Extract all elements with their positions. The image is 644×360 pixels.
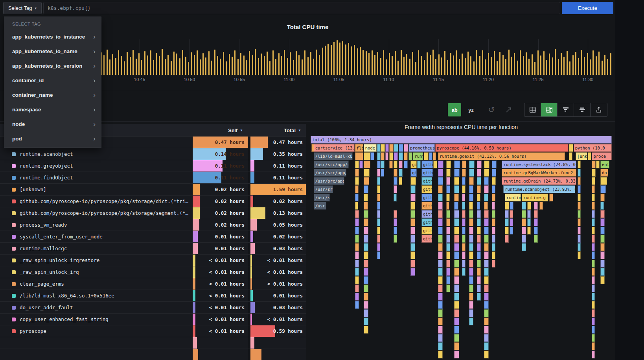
flame-cell[interactable]: flb (355, 144, 363, 152)
flame-cell[interactable] (600, 210, 605, 218)
flame-cell[interactable] (410, 227, 415, 234)
flame-cell[interactable] (484, 210, 488, 218)
flame-cell[interactable] (438, 177, 443, 185)
flame-cell[interactable] (429, 152, 432, 160)
flame-cell[interactable] (578, 202, 581, 210)
flame-cell[interactable]: /usr (314, 202, 326, 210)
flame-cell[interactable] (385, 152, 388, 160)
flame-cell[interactable] (592, 293, 595, 301)
flame-cell[interactable] (578, 194, 581, 201)
flame-cell[interactable]: github. (421, 169, 433, 177)
flame-cell[interactable] (381, 144, 385, 152)
sort-alpha-button[interactable]: ab (448, 103, 461, 116)
flame-cell[interactable] (454, 351, 459, 358)
flame-cell[interactable] (578, 243, 581, 251)
flame-cell[interactable] (484, 218, 488, 226)
tag-menu-item[interactable]: app_kubernetes_io_name› (4, 44, 101, 59)
flame-cell[interactable] (484, 194, 488, 201)
flame-cell[interactable] (477, 268, 481, 276)
table-row[interactable]: _raw_spin_unlock_irq< 0.01 hours< 0.01 h… (0, 266, 306, 278)
flame-cell[interactable] (596, 161, 599, 168)
flame-cell[interactable] (534, 202, 538, 210)
flame-cell[interactable] (355, 161, 359, 168)
flame-cell[interactable] (578, 185, 581, 193)
flame-cell[interactable] (492, 161, 496, 168)
flame-cell[interactable] (534, 218, 538, 226)
flame-cell[interactable]: pyroscope (44.16%, 0.59 hours) (435, 144, 569, 152)
flame-cell[interactable] (492, 202, 495, 210)
flame-cell[interactable] (364, 251, 368, 259)
flame-cell[interactable] (389, 161, 393, 168)
flame-cell[interactable] (592, 194, 595, 201)
flame-cell[interactable]: gith (421, 177, 432, 185)
flame-cell[interactable] (454, 169, 460, 177)
flame-cell[interactable] (469, 293, 473, 301)
flame-cell[interactable] (534, 227, 538, 234)
flame-cell[interactable] (454, 318, 459, 325)
flame-cell[interactable] (364, 293, 368, 301)
flame-cell[interactable] (462, 202, 465, 210)
flame-cell[interactable] (355, 177, 359, 185)
flame-cell[interactable] (462, 161, 466, 168)
flame-cell[interactable] (385, 144, 389, 152)
table-row[interactable]: copy_user_enhanced_fast_string< 0.01 hou… (0, 314, 306, 325)
flame-cell[interactable] (438, 194, 443, 201)
flame-cell[interactable] (377, 161, 381, 168)
flame-cell[interactable] (454, 284, 459, 292)
flame-cell[interactable] (578, 161, 581, 168)
flame-cell[interactable] (522, 202, 526, 210)
flame-cell[interactable] (462, 185, 466, 193)
flame-cell[interactable] (355, 293, 359, 301)
flame-cell[interactable] (410, 218, 415, 226)
flame-cell[interactable] (469, 276, 473, 284)
flame-cell[interactable] (484, 235, 488, 243)
flame-cell[interactable] (592, 309, 595, 317)
flame-cell[interactable] (446, 185, 450, 193)
flame-cell[interactable] (454, 185, 459, 193)
flame-cell[interactable] (399, 177, 402, 185)
flame-cell[interactable] (477, 235, 481, 243)
flame-cell[interactable] (484, 243, 488, 251)
tag-menu-item[interactable]: node› (4, 117, 101, 131)
flame-cell[interactable] (438, 276, 443, 284)
flame-cell[interactable]: prometheus (408, 144, 435, 152)
flame-cell[interactable] (359, 161, 363, 168)
flame-cell[interactable] (510, 210, 513, 218)
flame-cell[interactable] (600, 218, 605, 226)
query-input[interactable] (43, 2, 560, 14)
flame-cell[interactable] (454, 235, 459, 243)
flame-cell[interactable] (469, 185, 473, 193)
flame-cell[interactable] (355, 227, 359, 234)
flame-cell[interactable] (364, 194, 368, 201)
flame-cell[interactable] (446, 284, 450, 292)
table-and-flamegraph-view-button[interactable] (541, 103, 558, 116)
flame-cell[interactable]: /usr/src/app/ (314, 169, 346, 177)
flame-cell[interactable] (355, 260, 359, 268)
flame-cell[interactable] (454, 293, 459, 301)
flame-cell[interactable] (592, 284, 595, 292)
flame-cell[interactable] (355, 169, 359, 177)
flame-cell[interactable] (454, 210, 459, 218)
flame-cell[interactable] (454, 334, 459, 342)
flame-cell[interactable] (410, 185, 416, 193)
flame-cell[interactable]: gith (421, 185, 432, 193)
flame-cell[interactable] (438, 243, 443, 251)
flame-cell[interactable] (355, 243, 359, 251)
table-row[interactable]: runtime.mallocgc0.01 hours0.03 hours (0, 243, 306, 255)
table-row[interactable] (0, 337, 306, 349)
flame-cell[interactable] (469, 318, 473, 325)
tag-menu-item[interactable]: pod› (4, 131, 101, 146)
flame-cell[interactable]: /usr/s (314, 194, 330, 201)
flame-cell[interactable] (469, 309, 473, 317)
flame-cell[interactable] (446, 260, 450, 268)
flame-cell[interactable]: runtime.scanobject (23.93%, 0 (503, 185, 575, 193)
flame-cell[interactable] (484, 227, 488, 234)
flame-cell[interactable]: cartservice (13. (314, 144, 355, 152)
flame-cell[interactable] (578, 169, 581, 177)
flame-cell[interactable] (438, 202, 442, 210)
flame-cell[interactable] (438, 293, 443, 301)
flame-cell[interactable] (477, 177, 481, 185)
flame-cell[interactable] (549, 194, 553, 201)
flame-cell[interactable] (377, 235, 380, 243)
flame-cell[interactable] (454, 227, 459, 234)
